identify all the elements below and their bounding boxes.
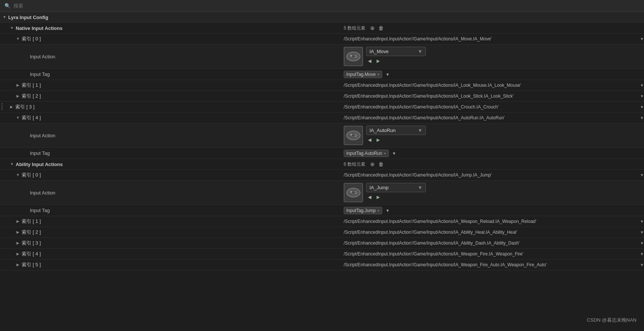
- native-index0-nav-right[interactable]: ▶: [375, 58, 382, 64]
- ability-index5-chevron[interactable]: ▼: [640, 263, 644, 267]
- native-index3-label: 索引 [ 3 ]: [15, 104, 34, 110]
- ability-index3-arrow[interactable]: [15, 240, 21, 246]
- native-index2-chevron[interactable]: ▼: [640, 94, 644, 98]
- ability-index0-arrow[interactable]: [15, 172, 21, 178]
- ability-index0-input-tag-row: Input Tag InputTag.Jump × ▼: [0, 205, 644, 216]
- native-index0-action-select[interactable]: IA_Move ▼: [366, 47, 426, 56]
- ability-index0-nav-right[interactable]: ▶: [375, 194, 382, 200]
- native-index0-input-action-row: Input Action IA_Move ▼: [0, 45, 644, 69]
- ability-index2-chevron[interactable]: ▼: [640, 230, 644, 235]
- svg-point-6: [355, 57, 356, 58]
- native-index4-input-action-label: Input Action: [30, 133, 55, 138]
- native-index0-action-name: IA_Move: [369, 49, 388, 54]
- native-index0-input-tag-row: Input Tag InputTag.Move × ▼: [0, 69, 644, 80]
- native-index4-input-action-row: Input Action IA_AutoRun ▼: [0, 123, 644, 148]
- native-index0-tag-text: InputTag.Move: [346, 72, 376, 77]
- ability-index0-mini-btns: ◀ ▶: [366, 194, 426, 200]
- native-section-label: Native Input Actions: [16, 25, 62, 31]
- native-count: 5 数组元素: [344, 25, 365, 31]
- ability-index0-action-select[interactable]: IA_Jump ▼: [366, 183, 426, 192]
- ability-index0-input-tag-label: Input Tag: [30, 208, 50, 213]
- ability-delete-button[interactable]: 🗑: [377, 160, 386, 168]
- ability-index3-label: 索引 [ 3 ]: [22, 240, 41, 246]
- ability-add-button[interactable]: ⊕: [368, 160, 377, 168]
- ability-index5-path: /Script/EnhancedInput.InputAction'/Game/…: [344, 262, 638, 267]
- lyra-config-arrow[interactable]: [1, 14, 7, 20]
- native-index0-nav-left[interactable]: ◀: [366, 58, 373, 64]
- native-index4-nav-right[interactable]: ▶: [375, 137, 382, 143]
- ability-index1-chevron[interactable]: ▼: [640, 219, 644, 224]
- native-index0-tag-close[interactable]: ×: [377, 72, 380, 77]
- native-index4-chevron[interactable]: ▼: [640, 116, 644, 120]
- native-index2-arrow[interactable]: [15, 93, 21, 99]
- ability-index4-path: /Script/EnhancedInput.InputAction'/Game/…: [344, 251, 638, 257]
- native-index4-action-select[interactable]: IA_AutoRun ▼: [366, 126, 426, 135]
- svg-point-11: [355, 134, 356, 135]
- svg-point-22: [355, 193, 356, 194]
- native-index3-drag-handle[interactable]: [1, 103, 3, 111]
- ability-index3-path: /Script/EnhancedInput.InputAction'/Game/…: [344, 240, 638, 246]
- svg-rect-2: [351, 55, 352, 57]
- native-index1-path: /Script/EnhancedInput.InputAction'/Game/…: [344, 83, 638, 88]
- ability-index2-path: /Script/EnhancedInput.InputAction'/Game/…: [344, 230, 638, 235]
- ability-index4-arrow[interactable]: [15, 251, 21, 257]
- native-index3-arrow[interactable]: [9, 104, 15, 110]
- svg-rect-18: [351, 191, 352, 193]
- native-index4-tag-text: InputTag.AutoRun: [346, 151, 382, 156]
- ability-index4-label: 索引 [ 4 ]: [22, 251, 41, 257]
- search-bar: 🔍: [0, 0, 644, 12]
- native-index1-label: 索引 [ 1 ]: [22, 82, 41, 89]
- svg-point-12: [356, 135, 357, 136]
- native-index0-arrow[interactable]: [15, 36, 21, 42]
- ability-index0-input-action-row: Input Action IA_Jump ▼: [0, 181, 644, 205]
- ability-index5-arrow[interactable]: [15, 262, 21, 268]
- native-section-row: Native Input Actions 5 数组元素 ⊕ 🗑: [0, 23, 644, 34]
- native-section-arrow[interactable]: [9, 25, 15, 31]
- ability-index2-arrow[interactable]: [15, 229, 21, 235]
- ability-index3-chevron[interactable]: ▼: [640, 241, 644, 245]
- native-index0-label: 索引 [ 0 ]: [22, 36, 41, 42]
- native-index1-arrow[interactable]: [15, 82, 21, 88]
- native-index0-select-chevron: ▼: [418, 49, 422, 54]
- ability-section-arrow[interactable]: [9, 161, 15, 167]
- search-input[interactable]: [13, 3, 88, 9]
- ability-index0-action-name: IA_Jump: [369, 185, 388, 190]
- ability-index0-tag-close[interactable]: ×: [377, 208, 380, 213]
- native-index1-chevron[interactable]: ▼: [640, 83, 644, 88]
- native-add-button[interactable]: ⊕: [368, 24, 377, 32]
- native-index3-chevron[interactable]: ▼: [640, 105, 644, 109]
- ability-index1-arrow[interactable]: [15, 218, 21, 224]
- ability-index0-nav-left[interactable]: ◀: [366, 194, 373, 200]
- search-icon: 🔍: [4, 3, 10, 9]
- native-index0-input-tag-label: Input Tag: [30, 71, 50, 77]
- native-index4-tag-dropdown[interactable]: ▼: [390, 150, 398, 156]
- ability-index2-label: 索引 [ 2 ]: [22, 229, 41, 236]
- svg-point-19: [355, 191, 356, 192]
- native-index4-select-chevron: ▼: [418, 128, 422, 133]
- native-index0-chevron[interactable]: ▼: [640, 37, 644, 41]
- native-index4-arrow[interactable]: [15, 115, 21, 121]
- ability-index4-row: 索引 [ 4 ] /Script/EnhancedInput.InputActi…: [0, 249, 644, 260]
- svg-point-15: [352, 134, 355, 137]
- ability-index1-row: 索引 [ 1 ] /Script/EnhancedInput.InputActi…: [0, 216, 644, 227]
- native-index4-tag-close[interactable]: ×: [384, 151, 386, 156]
- ability-index0-label: 索引 [ 0 ]: [22, 172, 41, 178]
- ability-index3-row: 索引 [ 3 ] /Script/EnhancedInput.InputActi…: [0, 238, 644, 249]
- ability-section-label: Ability Input Actions: [16, 162, 63, 167]
- ability-index5-label: 索引 [ 5 ]: [22, 261, 41, 268]
- native-index0-tag-dropdown[interactable]: ▼: [384, 71, 391, 77]
- native-delete-button[interactable]: 🗑: [377, 24, 386, 32]
- svg-point-20: [356, 192, 357, 193]
- ability-index0-tag-dropdown[interactable]: ▼: [384, 208, 391, 214]
- ability-index0-chevron[interactable]: ▼: [640, 173, 644, 177]
- native-index4-nav-left[interactable]: ◀: [366, 137, 373, 143]
- ability-index0-path: /Script/EnhancedInput.InputAction'/Game/…: [344, 172, 638, 178]
- ability-index4-chevron[interactable]: ▼: [640, 252, 644, 256]
- native-index4-gamepad-icon: [344, 126, 363, 145]
- native-index0-mini-btns: ◀ ▶: [366, 58, 426, 64]
- native-index4-path: /Script/EnhancedInput.InputAction'/Game/…: [344, 115, 638, 120]
- ability-index0-tag-chip: InputTag.Jump ×: [344, 207, 382, 214]
- ability-index0-select-chevron: ▼: [418, 185, 422, 190]
- lyra-config-row: Lyra Input Config: [0, 12, 644, 23]
- svg-rect-10: [351, 134, 352, 136]
